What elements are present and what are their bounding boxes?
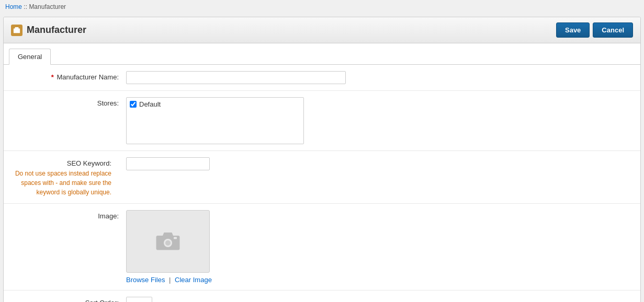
header-buttons: Save Cancel <box>556 22 633 38</box>
seo-keyword-field <box>126 157 633 170</box>
image-actions: Browse Files | Clear Image <box>126 276 633 284</box>
cancel-button[interactable]: Cancel <box>593 22 633 38</box>
manufacturer-name-field <box>126 71 633 84</box>
sort-order-label: Sort Order: <box>11 297 126 302</box>
svg-point-5 <box>165 240 171 246</box>
clear-image-link[interactable]: Clear Image <box>175 276 212 284</box>
form-row-manufacturer-name: * Manufacturer Name: <box>4 65 640 91</box>
seo-hint: Do not use spaces instead replace spaces… <box>15 169 111 197</box>
sort-order-field <box>126 297 633 302</box>
form-row-stores: Stores: Default <box>4 91 640 151</box>
store-default-checkbox[interactable] <box>130 101 137 108</box>
seo-keyword-label-block: SEO Keyword: Do not use spaces instead r… <box>11 157 126 197</box>
camera-icon <box>155 228 181 255</box>
seo-label: SEO Keyword: Do not use spaces instead r… <box>11 159 119 197</box>
form-row-image: Image: Browse Files <box>4 204 640 291</box>
manufacturer-icon <box>11 25 22 36</box>
breadcrumb-separator: :: <box>24 3 29 10</box>
form-row-seo-keyword: SEO Keyword: Do not use spaces instead r… <box>4 151 640 204</box>
stores-label: Stores: <box>11 97 126 107</box>
panel-title-text: Manufacturer <box>27 25 86 36</box>
store-item-default: Default <box>129 100 301 109</box>
browse-files-link[interactable]: Browse Files <box>126 276 165 284</box>
stores-listbox[interactable]: Default <box>126 97 304 144</box>
panel-header: Manufacturer Save Cancel <box>4 17 640 43</box>
tabs-bar: General <box>4 43 640 65</box>
form-area: * Manufacturer Name: Stores: Default <box>4 65 640 302</box>
tab-general[interactable]: General <box>9 49 51 65</box>
panel-title: Manufacturer <box>11 25 86 36</box>
seo-keyword-input[interactable] <box>126 157 210 170</box>
main-panel: Manufacturer Save Cancel General * Manuf… <box>3 17 641 302</box>
image-label: Image: <box>11 210 126 220</box>
sort-order-input[interactable] <box>126 297 152 302</box>
breadcrumb: Home :: Manufacturer <box>0 0 644 14</box>
save-button[interactable]: Save <box>556 22 590 38</box>
svg-rect-1 <box>15 27 19 29</box>
image-field: Browse Files | Clear Image <box>126 210 633 284</box>
store-default-label: Default <box>139 100 161 108</box>
breadcrumb-current: Manufacturer <box>29 3 66 10</box>
required-star: * <box>51 73 54 81</box>
image-action-separator: | <box>169 276 171 284</box>
image-placeholder <box>126 210 210 273</box>
form-row-sort-order: Sort Order: <box>4 291 640 302</box>
stores-field: Default <box>126 97 633 144</box>
manufacturer-name-label: * Manufacturer Name: <box>11 71 126 81</box>
manufacturer-name-input[interactable] <box>126 71 346 84</box>
svg-rect-6 <box>174 237 177 239</box>
svg-marker-3 <box>163 233 173 236</box>
breadcrumb-home[interactable]: Home <box>5 3 22 10</box>
